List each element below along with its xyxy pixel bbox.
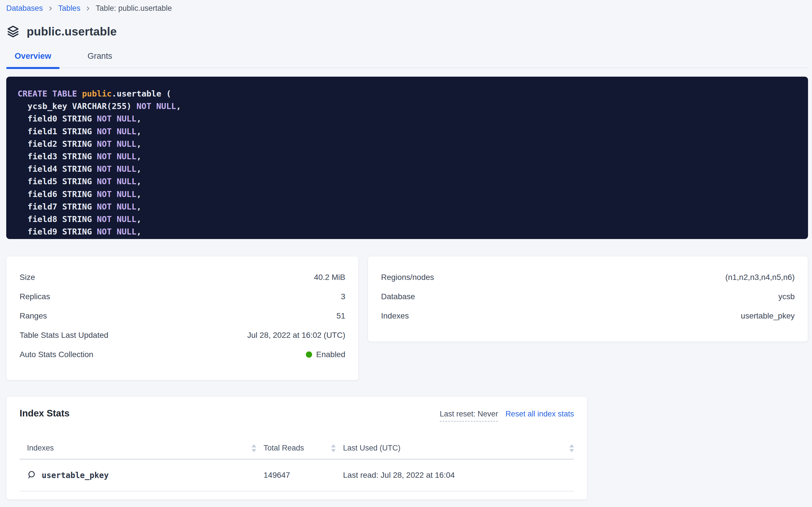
sql-line: field4 STRING NOT NULL, — [17, 163, 797, 175]
table-info-card: Regions/nodes (n1,n2,n3,n4,n5,n6) Databa… — [368, 256, 808, 342]
sql-token-kw: NOT NULL — [97, 227, 136, 236]
tab-bar: Overview Grants — [6, 51, 808, 68]
page-header: public.usertable — [6, 25, 812, 38]
sql-token-kw: NOT NULL — [97, 202, 136, 212]
sql-token-plain: , — [136, 127, 141, 136]
sql-token-plain: field2 STRING — [17, 139, 97, 149]
sql-token-kw: NOT NULL — [97, 139, 136, 149]
stat-value: ycsb — [778, 292, 795, 301]
sql-token-kw: NOT NULL — [97, 177, 136, 186]
index-stats-header: Index Stats Last reset: Never Reset all … — [19, 408, 574, 421]
sql-token-plain: , — [136, 114, 141, 123]
stat-value: usertable_pkey — [741, 312, 795, 321]
total-reads-cell: 149647 — [256, 471, 336, 480]
chevron-right-icon — [47, 5, 54, 12]
breadcrumb-link-tables[interactable]: Tables — [58, 4, 80, 13]
sql-token-kw: NOT NULL — [97, 214, 136, 224]
sql-line: field1 STRING NOT NULL, — [17, 125, 797, 138]
stat-value: 51 — [336, 312, 345, 321]
last-used-cell: Last read: Jul 28, 2022 at 16:04 — [336, 471, 574, 480]
stat-label: Regions/nodes — [381, 273, 434, 282]
sort-arrows-icon[interactable] — [252, 444, 256, 452]
page-title: public.usertable — [27, 25, 117, 38]
summary-cards: Size 40.2 MiB Replicas 3 Ranges 51 Table… — [6, 256, 808, 380]
index-stats-card: Index Stats Last reset: Never Reset all … — [6, 396, 587, 500]
sql-token-plain: , — [136, 164, 141, 174]
stat-row-indexes: Indexes usertable_pkey — [381, 306, 795, 326]
sql-token-plain: , — [136, 214, 141, 224]
stat-label: Table Stats Last Updated — [19, 331, 108, 340]
tab-overview[interactable]: Overview — [6, 51, 60, 67]
index-table-header: Indexes Total Reads Last Used (UTC) — [19, 438, 574, 460]
stack-icon — [6, 25, 20, 38]
stat-label: Size — [19, 273, 35, 282]
column-header-total-reads[interactable]: Total Reads — [256, 444, 336, 452]
breadcrumb-link-databases[interactable]: Databases — [6, 4, 43, 13]
tab-grants[interactable]: Grants — [83, 51, 117, 67]
stat-row-ranges: Ranges 51 — [19, 306, 345, 326]
breadcrumb: Databases Tables Table: public.usertable — [0, 0, 812, 13]
reset-all-index-stats-link[interactable]: Reset all index stats — [505, 410, 574, 418]
sql-token-plain: field6 STRING — [17, 189, 97, 199]
column-label: Total Reads — [264, 444, 304, 452]
status-dot-green — [306, 351, 312, 358]
stat-row-regions: Regions/nodes (n1,n2,n3,n4,n5,n6) — [381, 268, 795, 287]
sql-token-plain: , — [136, 139, 141, 149]
magnifier-icon — [27, 470, 37, 480]
stat-label: Indexes — [381, 312, 409, 321]
index-name[interactable]: usertable_pkey — [42, 471, 109, 480]
stat-value: (n1,n2,n3,n4,n5,n6) — [726, 273, 795, 282]
sql-token-plain: , — [176, 101, 181, 111]
sql-token-plain: ycsb_key VARCHAR(255) — [17, 101, 136, 111]
sql-line: field9 STRING NOT NULL, — [17, 225, 797, 238]
chevron-right-icon — [85, 5, 91, 12]
table-stats-card: Size 40.2 MiB Replicas 3 Ranges 51 Table… — [6, 256, 359, 380]
sql-token-plain: field3 STRING — [17, 152, 97, 161]
stat-label: Auto Stats Collection — [19, 350, 93, 359]
stat-label: Ranges — [19, 312, 47, 321]
sort-arrows-icon[interactable] — [331, 444, 336, 452]
sql-token-kw: NOT NULL — [97, 164, 136, 174]
column-label: Indexes — [27, 444, 54, 452]
sql-token-plain: , — [136, 152, 141, 161]
sql-line: ycsb_key VARCHAR(255) NOT NULL, — [17, 100, 797, 112]
table-details-page: { "breadcrumb": { "items": [ { "label": … — [0, 0, 812, 507]
sql-token-kw: NOT NULL — [97, 127, 136, 136]
sql-token-plain: .usertable ( — [112, 89, 171, 99]
index-stats-title: Index Stats — [19, 408, 69, 419]
stat-value: 3 — [341, 292, 345, 301]
sql-token-schema: public — [82, 89, 112, 99]
sql-line: field8 STRING NOT NULL, — [17, 213, 797, 225]
stat-label: Replicas — [19, 292, 50, 301]
column-header-indexes[interactable]: Indexes — [19, 444, 256, 452]
stat-row-stats-updated: Table Stats Last Updated Jul 28, 2022 at… — [19, 326, 345, 345]
sort-arrows-icon[interactable] — [569, 444, 574, 452]
index-name-cell[interactable]: usertable_pkey — [19, 470, 256, 480]
create-table-statement: CREATE TABLE public.usertable ( ycsb_key… — [6, 77, 808, 239]
status-text: Enabled — [316, 350, 345, 359]
sql-token-plain: , — [136, 202, 141, 212]
sql-token-kw: NOT NULL — [136, 101, 176, 111]
stat-value: Jul 28, 2022 at 16:02 (UTC) — [247, 331, 345, 340]
sql-token-plain: field5 STRING — [17, 177, 97, 186]
index-table-row: usertable_pkey 149647 Last read: Jul 28,… — [19, 460, 574, 491]
breadcrumb-current: Table: public.usertable — [96, 4, 172, 13]
stat-label: Database — [381, 292, 415, 301]
sql-token-plain: , — [136, 177, 141, 186]
sql-line: CREATE TABLE public.usertable ( — [17, 88, 797, 100]
sql-token-kw: NOT NULL — [97, 189, 136, 199]
sql-line: field2 STRING NOT NULL, — [17, 138, 797, 150]
sql-line: field3 STRING NOT NULL, — [17, 150, 797, 163]
stat-row-database: Database ycsb — [381, 287, 795, 306]
sql-token-plain: field7 STRING — [17, 202, 97, 212]
stat-row-size: Size 40.2 MiB — [19, 268, 345, 287]
sql-line: field0 STRING NOT NULL, — [17, 112, 797, 125]
column-header-last-used[interactable]: Last Used (UTC) — [336, 444, 574, 452]
sql-token-kw: NOT NULL — [97, 114, 136, 123]
column-label: Last Used (UTC) — [343, 444, 400, 452]
stat-value: Enabled — [306, 350, 345, 359]
stat-row-replicas: Replicas 3 — [19, 287, 345, 306]
last-reset-label: Last reset: Never — [440, 410, 498, 421]
index-stats-actions: Last reset: Never Reset all index stats — [440, 410, 574, 421]
sql-line: field5 STRING NOT NULL, — [17, 175, 797, 188]
